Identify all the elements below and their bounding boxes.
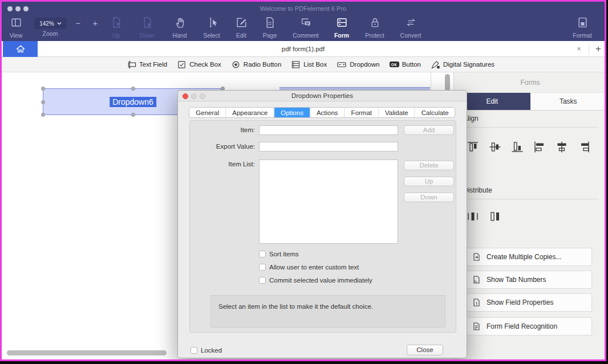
zoom-value: 142% bbox=[39, 21, 54, 27]
resize-handle-s[interactable] bbox=[131, 113, 135, 117]
align-middle-icon[interactable] bbox=[488, 140, 502, 154]
panel-tabs: Edit Tasks bbox=[454, 93, 606, 111]
align-top-icon[interactable] bbox=[465, 140, 480, 154]
tab-tasks[interactable]: Tasks bbox=[530, 93, 607, 110]
close-button[interactable]: Close bbox=[407, 345, 443, 355]
page-mode-button[interactable]: Page bbox=[250, 17, 290, 39]
radio-button-icon bbox=[231, 60, 241, 69]
resize-handle-sw[interactable] bbox=[41, 113, 45, 117]
format-info-icon: i bbox=[577, 17, 589, 28]
show-tab-numbers-button[interactable]: No Show Tab Numbers bbox=[465, 271, 592, 289]
svg-text:i: i bbox=[476, 301, 477, 305]
align-center-icon[interactable] bbox=[554, 140, 569, 154]
item-list-label: Item List: bbox=[193, 161, 255, 167]
resize-handle-nw[interactable] bbox=[41, 87, 45, 91]
tab-actions[interactable]: Actions bbox=[310, 108, 344, 117]
screenshot-frame: Welcome to PDFelement 6 Pro View 142% Zo… bbox=[0, 0, 608, 364]
locked-checkbox[interactable]: Locked bbox=[190, 347, 222, 354]
delete-button[interactable]: Delete bbox=[404, 161, 454, 170]
zoom-out-button[interactable]: − bbox=[72, 18, 84, 29]
allow-custom-text-checkbox[interactable]: Allow user to enter custom text bbox=[259, 264, 359, 271]
tab-numbers-page-icon: No bbox=[472, 275, 481, 284]
item-list-box[interactable] bbox=[259, 159, 398, 244]
svg-text:No: No bbox=[474, 280, 477, 283]
dialog-title: Dropdown Properties bbox=[178, 91, 467, 101]
form-field-recognition-button[interactable]: Form Field Recognition bbox=[465, 317, 592, 336]
tab-general[interactable]: General bbox=[189, 108, 225, 117]
text-field-icon bbox=[127, 60, 136, 69]
edit-pencil-icon bbox=[236, 17, 248, 28]
align-left-icon[interactable] bbox=[532, 140, 547, 154]
align-right-icon[interactable] bbox=[577, 140, 591, 154]
divider bbox=[462, 199, 598, 199]
resize-handle-n[interactable] bbox=[131, 87, 135, 91]
dialog-title-bar[interactable]: Dropdown Properties bbox=[178, 91, 467, 101]
dialog-tab-bar: General Appearance Options Actions Forma… bbox=[189, 107, 455, 118]
format-panel-button[interactable]: i Format bbox=[562, 17, 602, 39]
create-multiple-copies-button[interactable]: Create Multiple Copies... bbox=[465, 248, 592, 266]
button-tool-icon: OK bbox=[390, 62, 399, 67]
recognition-page-icon bbox=[472, 322, 481, 331]
dropdown-icon bbox=[337, 60, 347, 69]
view-icon bbox=[10, 17, 22, 28]
view-button[interactable]: View bbox=[0, 17, 36, 39]
document-tab[interactable]: pdf form(1).pdf bbox=[0, 41, 606, 57]
options-group-box: Item: Add Export Value: Item List: Delet… bbox=[189, 120, 456, 333]
export-value-input[interactable] bbox=[259, 142, 398, 152]
protect-mode-button[interactable]: Protect bbox=[355, 17, 395, 39]
checkbox-box bbox=[259, 251, 266, 257]
distribute-vertical-icon[interactable] bbox=[488, 209, 502, 224]
convert-mode-button[interactable]: Convert bbox=[391, 17, 431, 39]
up-button[interactable]: Up bbox=[404, 177, 454, 186]
list-box-icon bbox=[291, 60, 301, 69]
convert-arrows-icon bbox=[405, 17, 417, 28]
tab-format[interactable]: Format bbox=[344, 108, 378, 117]
resize-handle-w[interactable] bbox=[41, 100, 45, 104]
commit-immediately-checkbox[interactable]: Commit selected value immediately bbox=[259, 277, 372, 284]
comment-mode-button[interactable]: Comment bbox=[286, 17, 326, 39]
export-value-label: Export Value: bbox=[193, 143, 255, 150]
field-properties-page-icon: i bbox=[472, 298, 481, 307]
list-box-tool[interactable]: List Box bbox=[291, 60, 327, 69]
down-button[interactable]: Down bbox=[404, 193, 454, 202]
tab-calculate[interactable]: Calculate bbox=[415, 108, 455, 117]
page-up-icon bbox=[111, 17, 123, 28]
digital-signature-pen-icon bbox=[431, 60, 440, 69]
tab-options[interactable]: Options bbox=[274, 108, 310, 117]
check-box-icon bbox=[177, 60, 187, 69]
new-tab-button[interactable]: + bbox=[592, 43, 605, 55]
close-tab-icon[interactable]: × bbox=[574, 44, 584, 54]
hand-icon bbox=[174, 17, 186, 28]
forms-side-panel: Forms Edit Tasks Align Distribute Create… bbox=[453, 72, 606, 361]
tab-validate[interactable]: Validate bbox=[378, 108, 415, 117]
add-button[interactable]: Add bbox=[404, 125, 454, 135]
tab-appearance[interactable]: Appearance bbox=[225, 108, 274, 117]
dialog-minimize-button[interactable] bbox=[191, 93, 197, 99]
item-input[interactable] bbox=[259, 125, 398, 135]
vertical-scrollbar[interactable] bbox=[445, 74, 450, 91]
show-field-properties-button[interactable]: i Show Field Properties bbox=[465, 293, 592, 312]
comment-bubble-icon bbox=[300, 17, 312, 28]
align-bottom-icon[interactable] bbox=[510, 140, 525, 154]
align-tools bbox=[465, 140, 591, 154]
app-window: Welcome to PDFelement 6 Pro View 142% Zo… bbox=[0, 0, 606, 361]
chevron-down-icon bbox=[57, 22, 62, 25]
digital-signatures-tool[interactable]: Digital Signatures bbox=[431, 60, 494, 69]
dialog-zoom-button[interactable] bbox=[200, 93, 205, 99]
zoom-level-dropdown[interactable]: 142% bbox=[34, 18, 67, 29]
distribute-horizontal-icon[interactable] bbox=[465, 209, 480, 224]
dropdown-tool[interactable]: Dropdown bbox=[337, 60, 379, 69]
item-label: Item: bbox=[193, 126, 255, 133]
lock-icon bbox=[369, 17, 381, 28]
distribute-section-heading: Distribute bbox=[463, 186, 492, 194]
check-box-tool[interactable]: Check Box bbox=[177, 60, 221, 69]
zoom-label: Zoom bbox=[43, 30, 58, 37]
form-tools-bar: Text Field Check Box Radio Button List B… bbox=[0, 57, 606, 72]
form-icon bbox=[336, 17, 348, 28]
horizontal-scrollbar[interactable] bbox=[7, 350, 167, 355]
sort-items-checkbox[interactable]: Sort items bbox=[259, 251, 299, 257]
button-tool[interactable]: OK Button bbox=[390, 61, 421, 68]
radio-button-tool[interactable]: Radio Button bbox=[231, 60, 282, 69]
text-field-tool[interactable]: Text Field bbox=[127, 60, 167, 69]
dialog-close-button[interactable] bbox=[183, 93, 188, 99]
